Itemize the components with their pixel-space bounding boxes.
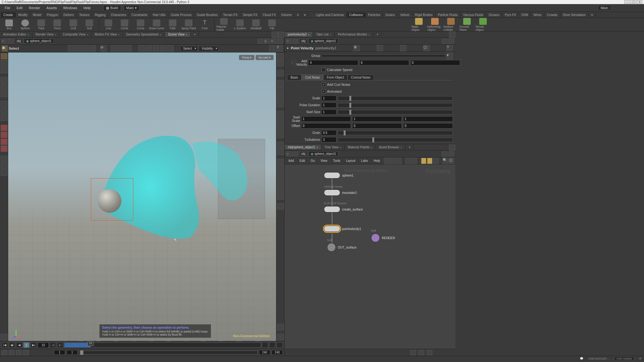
path-obj[interactable]: obj (14, 38, 23, 44)
shelf-tab-rigidbodies[interactable]: Rigid Bodies (412, 13, 435, 17)
shelf-tab-pyrofx[interactable]: Pyro FX (502, 13, 519, 17)
tool-torus[interactable]: Torus (50, 19, 65, 30)
last-frame-button[interactable]: ▶| (31, 342, 37, 348)
tool-g-icon[interactable] (1, 145, 8, 152)
pause-button[interactable]: || (23, 342, 30, 348)
check-calcspeed[interactable] (321, 68, 326, 72)
param-help-icon[interactable]: ? (447, 45, 453, 51)
rt-5-icon[interactable] (277, 94, 284, 100)
tool-terrainobject[interactable]: Terrain Object (475, 18, 491, 31)
timeline-track[interactable]: 1110220 330440550 660770880 99011001210 … (64, 343, 261, 348)
rt-6-icon[interactable] (277, 101, 284, 107)
menu-render[interactable]: Render (26, 5, 43, 11)
net-back-button[interactable]: ← (286, 151, 291, 156)
rt-19-icon[interactable] (277, 203, 284, 210)
shelf-tab-viscousfluids[interactable]: Viscous Fluids (460, 13, 486, 17)
add-tab[interactable]: + (191, 32, 199, 37)
ptab-fromobject[interactable]: From Object (323, 74, 347, 80)
select-icon[interactable] (1, 53, 8, 59)
scale-icon[interactable] (1, 91, 8, 97)
shelf-tab-fem[interactable]: FEM (519, 13, 531, 17)
shelf-tab-simplefx[interactable]: Simple FX (240, 13, 260, 17)
netmenu-labs[interactable]: Labs (358, 158, 370, 163)
tab-composite-view[interactable]: Composite View× (60, 32, 92, 37)
menu-assets[interactable]: Assets (43, 5, 60, 11)
rt-17-icon[interactable] (277, 186, 284, 193)
shelf-tab-particlefluids[interactable]: Particle Fluids (436, 13, 461, 17)
pane-pin-icon[interactable] (272, 31, 278, 38)
shelf-tab-lights[interactable]: Lights and Cameras (313, 13, 347, 17)
tab-take-list[interactable]: Take List× (313, 32, 335, 37)
tool-path[interactable]: Path (165, 19, 180, 30)
view-layout-icon[interactable] (269, 45, 275, 52)
tab-asset-browser[interactable]: Asset Browser× (376, 145, 405, 150)
net-box-icon[interactable] (427, 158, 432, 164)
input-addvel-y[interactable]: 6 (359, 60, 409, 65)
tool-b-icon[interactable] (1, 108, 8, 114)
rotate-icon[interactable]: ⟳ (100, 45, 107, 52)
shelf-tab-collisions[interactable]: Collisions (347, 13, 366, 17)
shelf-tab-guideprocess[interactable]: Guide Process (168, 13, 194, 17)
rotate-tool-icon[interactable] (1, 84, 8, 90)
close-icon[interactable]: × (27, 33, 29, 36)
rt-lock-icon[interactable] (277, 70, 284, 76)
tool-c-icon[interactable] (1, 115, 8, 121)
shelf-tab-characters[interactable]: Characters (108, 13, 129, 17)
display-1-icon[interactable] (111, 45, 117, 52)
circle-icon[interactable]: ○ (271, 39, 276, 44)
netmenu-tools[interactable]: Tools (330, 158, 343, 163)
tl-opt3-icon[interactable] (276, 342, 283, 348)
shelf-tab-volume[interactable]: Volume (279, 13, 294, 17)
shelf-tab-terrainfx[interactable]: Terrain FX (220, 13, 240, 17)
select-dropdown[interactable]: Select (180, 46, 198, 51)
check-animated[interactable]: ✓ (321, 89, 326, 94)
node-pointvelocity1[interactable]: pointvelocity1 (324, 226, 361, 232)
tool-platonic[interactable]: Platonic Solids (216, 18, 231, 31)
net-square-icon[interactable] (396, 158, 401, 164)
visibility-dropdown[interactable]: Visibility (199, 46, 219, 51)
tool-lsystem[interactable]: L-System (232, 19, 247, 30)
path-node[interactable]: ◉ sphere_object1 (24, 38, 53, 44)
tab-pointvelocity2[interactable]: pointvelocity2× (285, 32, 313, 37)
menu-help[interactable]: Help (80, 5, 94, 11)
light-3-icon[interactable] (153, 45, 159, 52)
first-frame-button[interactable]: |◀ (2, 342, 8, 348)
rt-13-icon[interactable] (277, 159, 284, 165)
rt-8-icon[interactable] (277, 118, 284, 124)
node-render[interactable]: Null RENDER (371, 233, 395, 242)
net-note-icon[interactable] (421, 158, 426, 164)
detach-icon[interactable] (277, 39, 283, 44)
prev-frame-button[interactable]: ◀| (9, 342, 15, 348)
rb-lock-icon[interactable] (16, 350, 22, 355)
tool-a-icon[interactable] (1, 101, 8, 107)
input-scale[interactable]: 1 (321, 96, 336, 101)
shelf-tab-rigging[interactable]: Rigging (92, 13, 108, 17)
netmenu-layout[interactable]: Layout (343, 158, 358, 163)
input-swirl[interactable]: 1 (321, 109, 336, 115)
rt-15-icon[interactable] (277, 173, 284, 179)
param-b1-icon[interactable] (377, 45, 383, 51)
slider-swirl[interactable] (338, 110, 453, 114)
input-pulse[interactable]: 1 (321, 102, 336, 108)
display-3-icon[interactable] (125, 45, 132, 52)
net-path-obj[interactable]: obj (299, 151, 308, 156)
status-chat-icon[interactable]: 💬 (580, 357, 583, 360)
light-2-icon[interactable] (146, 45, 152, 52)
shelf-tab-texture[interactable]: Texture (77, 13, 92, 17)
tl-opt2-icon[interactable] (269, 342, 275, 348)
tool-sphere[interactable]: Sphere (18, 19, 33, 30)
group-picker-icon[interactable]: ▾ (447, 53, 453, 59)
input-offset-y[interactable]: 0 (352, 123, 402, 129)
tool-groundplane[interactable]: Ground Plane (459, 18, 475, 31)
current-frame-input[interactable]: 33 (38, 343, 49, 348)
shelf-tab-wires[interactable]: Wires (531, 13, 544, 17)
home-icon[interactable]: ⌂ (264, 39, 270, 44)
param-path-node[interactable]: ◉ sphere_object1 (308, 38, 338, 44)
shelf-tab-grains[interactable]: Grains (383, 13, 397, 17)
net-pin-icon[interactable] (442, 151, 447, 156)
rt-1-icon[interactable] (277, 53, 284, 59)
input-turb[interactable]: 3 (321, 137, 336, 142)
param-name[interactable]: pointvelocity1 (315, 46, 336, 50)
shelf-add-tab-r[interactable]: + (589, 13, 596, 17)
tool-file[interactable]: File (264, 19, 280, 30)
